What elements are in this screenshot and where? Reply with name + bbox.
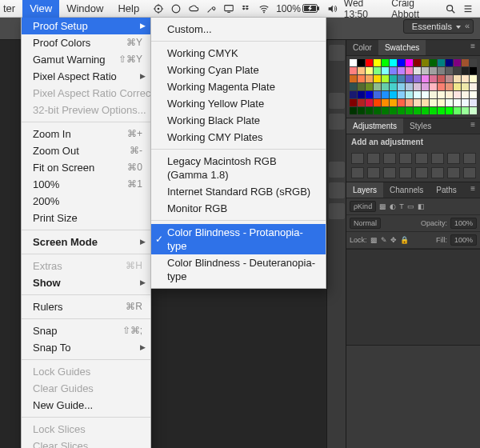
user-name[interactable]: Craig Abbott: [391, 0, 438, 20]
swatch[interactable]: [374, 83, 381, 90]
swatch[interactable]: [414, 75, 421, 82]
actions-icon[interactable]: [329, 93, 345, 109]
swatch[interactable]: [446, 75, 453, 82]
adjustment-preset[interactable]: [431, 153, 444, 164]
swatch[interactable]: [470, 67, 477, 74]
swatch[interactable]: [470, 75, 477, 82]
adjustment-preset[interactable]: [399, 153, 412, 164]
menu-window[interactable]: Window: [59, 0, 110, 18]
cloud-icon[interactable]: [188, 3, 199, 14]
swatch[interactable]: [406, 83, 413, 90]
swatch[interactable]: [398, 107, 405, 114]
adjustment-preset[interactable]: [447, 167, 460, 178]
swatch[interactable]: [398, 99, 405, 106]
menuitem-print-size[interactable]: Print Size: [22, 210, 150, 226]
swatch[interactable]: [358, 75, 365, 82]
swatch[interactable]: [390, 59, 397, 66]
swatch[interactable]: [366, 75, 373, 82]
swatch[interactable]: [414, 67, 421, 74]
menuitem-100-[interactable]: 100%⌘1: [22, 176, 150, 193]
filter-type-icon[interactable]: T: [399, 202, 404, 210]
adjustment-preset[interactable]: [463, 167, 476, 178]
filter-adjust-icon[interactable]: ◐: [390, 202, 396, 210]
swatch[interactable]: [374, 91, 381, 98]
submenuitem-working-cyan-plate[interactable]: Working Cyan Plate: [151, 62, 326, 78]
swatch[interactable]: [422, 99, 429, 106]
tool-icon[interactable]: [206, 3, 217, 14]
swatch[interactable]: [470, 107, 477, 114]
menuitem-200-[interactable]: 200%: [22, 193, 150, 210]
swatch[interactable]: [430, 99, 437, 106]
submenuitem-color-blindness-protanopia-type[interactable]: ✓Color Blindness - Protanopia-type: [151, 224, 326, 254]
dropbox-icon[interactable]: [241, 3, 252, 14]
swatch[interactable]: [398, 59, 405, 66]
tab-styles[interactable]: Styles: [403, 118, 438, 134]
filter-shape-icon[interactable]: ▭: [407, 202, 414, 210]
swatch[interactable]: [390, 107, 397, 114]
lock-position-icon[interactable]: ✥: [390, 236, 397, 244]
swatch[interactable]: [438, 91, 445, 98]
adjustment-preset[interactable]: [367, 167, 380, 178]
adjustment-preset[interactable]: [447, 153, 460, 164]
swatch[interactable]: [430, 107, 437, 114]
submenuitem-working-cmy-plates[interactable]: Working CMY Plates: [151, 129, 326, 146]
battery-icon[interactable]: 100%: [276, 3, 320, 14]
tab-paths[interactable]: Paths: [430, 182, 463, 198]
submenuitem-monitor-rgb[interactable]: Monitor RGB: [151, 200, 326, 217]
opacity-value[interactable]: 100%: [450, 218, 477, 229]
notifications-icon[interactable]: [462, 3, 474, 14]
swatch[interactable]: [350, 67, 357, 74]
adjustment-preset[interactable]: [367, 153, 380, 164]
adjustment-preset[interactable]: [351, 153, 364, 164]
swatch[interactable]: [414, 91, 421, 98]
menuitem-proof-setup[interactable]: Proof Setup▶: [22, 18, 150, 34]
panel-menu-icon[interactable]: ≡: [466, 182, 480, 198]
tab-channels[interactable]: Channels: [383, 182, 430, 198]
swatch[interactable]: [366, 59, 373, 66]
tab-adjustments[interactable]: Adjustments: [346, 118, 403, 134]
swatch[interactable]: [358, 83, 365, 90]
swatch[interactable]: [438, 99, 445, 106]
swatch[interactable]: [374, 67, 381, 74]
swatch[interactable]: [422, 75, 429, 82]
panel-menu-icon[interactable]: ≡: [466, 40, 480, 55]
swatch[interactable]: [406, 99, 413, 106]
adjustment-preset[interactable]: [431, 167, 444, 178]
adjustment-preset[interactable]: [351, 167, 364, 178]
submenuitem-legacy-macintosh-rgb-gamma-1-8-[interactable]: Legacy Macintosh RGB (Gamma 1.8): [151, 153, 326, 183]
properties-icon[interactable]: [329, 114, 345, 130]
character-icon[interactable]: [329, 182, 345, 198]
sync-icon[interactable]: [170, 3, 182, 14]
swatch[interactable]: [462, 67, 469, 74]
menuitem-zoom-in[interactable]: Zoom In⌘+: [22, 126, 150, 142]
menuitem-show[interactable]: Show▶: [22, 274, 150, 291]
swatch[interactable]: [382, 91, 389, 98]
swatch[interactable]: [350, 75, 357, 82]
submenuitem-working-yellow-plate[interactable]: Working Yellow Plate: [151, 95, 326, 112]
blend-mode-select[interactable]: Normal: [350, 218, 381, 229]
swatch[interactable]: [382, 83, 389, 90]
submenuitem-color-blindness-deuteranopia-type[interactable]: Color Blindness - Deuteranopia-type: [151, 254, 326, 285]
swatch[interactable]: [470, 83, 477, 90]
swatch[interactable]: [382, 59, 389, 66]
menuitem-new-guide-[interactable]: New Guide...: [22, 397, 150, 414]
swatch[interactable]: [366, 83, 373, 90]
swatch[interactable]: [350, 83, 357, 90]
menuitem-gamut-warning[interactable]: Gamut Warning⇧⌘Y: [22, 51, 150, 68]
swatch[interactable]: [414, 107, 421, 114]
swatch[interactable]: [350, 59, 357, 66]
clock-text[interactable]: Wed 13:50: [344, 0, 385, 20]
wifi-icon[interactable]: [258, 3, 270, 14]
swatch[interactable]: [454, 99, 461, 106]
swatch[interactable]: [406, 91, 413, 98]
fill-value[interactable]: 100%: [450, 234, 477, 246]
spotlight-icon[interactable]: [445, 3, 456, 14]
swatch[interactable]: [470, 99, 477, 106]
submenuitem-working-black-plate[interactable]: Working Black Plate: [151, 112, 326, 129]
tab-color[interactable]: Color: [346, 40, 378, 55]
swatch[interactable]: [462, 107, 469, 114]
swatch[interactable]: [358, 67, 365, 74]
swatch[interactable]: [414, 59, 421, 66]
swatch[interactable]: [446, 83, 453, 90]
menuitem-fit-on-screen[interactable]: Fit on Screen⌘0: [22, 159, 150, 176]
